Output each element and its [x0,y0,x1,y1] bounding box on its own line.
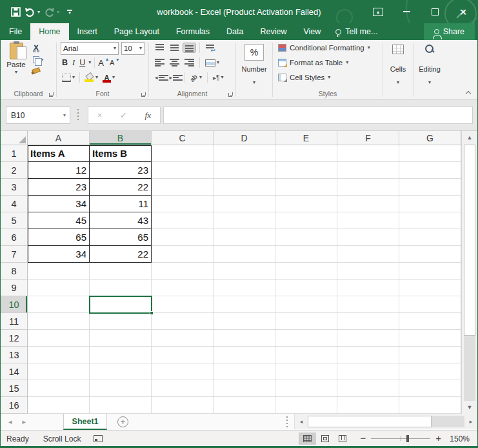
cell-D4[interactable] [214,196,275,212]
cell-C3[interactable] [152,179,214,196]
cell-C5[interactable] [152,212,214,229]
clipboard-dialog-launcher-icon[interactable] [49,92,54,97]
cell-D10[interactable] [214,296,275,313]
zoom-level[interactable]: 150% [448,434,477,443]
prev-sheet-icon[interactable]: ◂ [8,418,12,426]
font-dialog-launcher-icon[interactable] [141,92,146,97]
cell-A8[interactable] [28,263,90,280]
cell-A11[interactable] [28,313,90,330]
zoom-slider[interactable] [371,433,430,445]
cell-A2[interactable]: 12 [28,162,90,179]
cell-F12[interactable] [337,330,399,347]
tab-file[interactable]: File [1,23,30,40]
italic-button[interactable]: I [71,58,76,68]
cell-G10[interactable] [399,296,461,313]
scroll-right-icon[interactable]: ▸ [464,414,477,429]
row-header-12[interactable]: 12 [1,330,28,347]
cell-D1[interactable] [214,145,275,162]
cell-D9[interactable] [214,280,275,296]
undo-icon[interactable] [25,7,35,17]
insert-function-icon[interactable]: fx [144,110,151,121]
align-left-button[interactable] [154,58,166,68]
cell-F10[interactable] [337,296,399,313]
cell-E16[interactable] [275,397,337,414]
cell-E6[interactable] [275,229,337,246]
row-header-16[interactable]: 16 [1,397,28,414]
zoom-in-button[interactable]: + [430,433,448,445]
cancel-icon[interactable]: × [97,110,103,120]
row-header-14[interactable]: 14 [1,363,28,380]
decrease-font-size-button[interactable]: A [110,59,118,66]
cell-B14[interactable] [90,363,152,380]
column-header-G[interactable]: G [399,131,461,145]
cell-E2[interactable] [275,162,337,179]
redo-icon[interactable] [44,7,55,17]
column-header-B[interactable]: B [90,131,152,145]
cell-G1[interactable] [399,145,461,162]
cell-F1[interactable] [337,145,399,162]
sheet-tab-sheet1[interactable]: Sheet1 [63,414,107,430]
row-header-7[interactable]: 7 [1,246,28,263]
cell-G12[interactable] [399,330,461,347]
cell-B11[interactable] [90,313,152,330]
scroll-left-icon[interactable]: ◂ [295,414,308,429]
cell-styles-button[interactable]: Cell Styles ▾ [278,74,330,81]
cell-D6[interactable] [214,229,275,246]
zoom-out-button[interactable]: − [351,433,371,445]
save-icon[interactable] [11,7,21,17]
cell-A15[interactable] [28,380,90,397]
conditional-formatting-button[interactable]: Conditional Formatting ▾ [278,44,370,52]
cell-D3[interactable] [214,179,275,196]
cell-A1[interactable]: Items A [28,145,90,162]
row-header-10[interactable]: 10 [1,296,28,313]
cell-D11[interactable] [214,313,275,330]
cell-A14[interactable] [28,363,90,380]
paste-button[interactable]: Paste ▾ [4,43,28,75]
cell-G9[interactable] [399,280,461,296]
bottom-align-button[interactable] [183,43,195,52]
cell-G13[interactable] [399,347,461,363]
cell-F5[interactable] [337,212,399,229]
underline-button[interactable]: U [78,58,86,67]
row-header-6[interactable]: 6 [1,229,28,246]
cell-B7[interactable]: 22 [90,246,152,263]
row-header-9[interactable]: 9 [1,280,28,296]
scroll-up-icon[interactable]: ▲ [462,131,477,144]
cell-C11[interactable] [152,313,214,330]
cell-A10[interactable] [28,296,90,313]
editing-group[interactable]: Editing ▾ [413,40,446,99]
font-size-combo[interactable]: 10▾ [121,42,144,55]
cell-G11[interactable] [399,313,461,330]
row-header-3[interactable]: 3 [1,179,28,196]
share-button[interactable]: Share [424,23,475,40]
macro-record-icon[interactable] [94,435,103,442]
top-align-button[interactable] [154,43,166,52]
cell-E14[interactable] [275,363,337,380]
column-header-E[interactable]: E [275,131,337,145]
page-break-view-button[interactable] [334,433,351,445]
cell-G15[interactable] [399,380,461,397]
tab-scroll-splitter[interactable] [286,416,288,427]
cell-F14[interactable] [337,363,399,380]
fill-handle[interactable] [150,311,154,315]
column-header-A[interactable]: A [28,131,90,145]
zoom-slider-handle[interactable] [406,435,409,442]
cell-A6[interactable]: 65 [28,229,90,246]
horizontal-scroll-thumb[interactable] [308,416,432,427]
cell-F3[interactable] [337,179,399,196]
column-header-C[interactable]: C [152,131,214,145]
cell-A5[interactable]: 45 [28,212,90,229]
orientation-button[interactable]: ab▾ [188,74,203,82]
cell-A13[interactable] [28,347,90,363]
tab-insert[interactable]: Insert [69,23,106,40]
cell-G8[interactable] [399,263,461,280]
row-header-5[interactable]: 5 [1,212,28,229]
cell-A7[interactable]: 34 [28,246,90,263]
tab-formulas[interactable]: Formulas [168,23,218,40]
fill-color-button[interactable]: ▾ [83,73,99,83]
cell-E1[interactable] [275,145,337,162]
cell-F11[interactable] [337,313,399,330]
cell-B12[interactable] [90,330,152,347]
tab-data[interactable]: Data [218,23,252,40]
cell-F15[interactable] [337,380,399,397]
